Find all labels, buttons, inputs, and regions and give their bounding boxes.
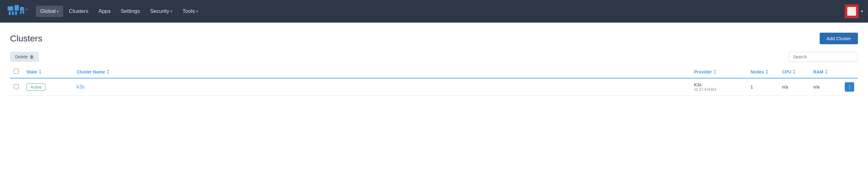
provider-sort-icon: ▲▼ [713,69,716,75]
delete-button[interactable]: Delete 🗑 [10,52,39,62]
nav-apps-label: Apps [99,8,111,14]
svg-text:tm: tm [25,8,28,11]
logo[interactable]: tm [5,3,33,20]
nodes-sort-icon: ▲▼ [766,69,769,75]
row-ram-cell: n/a [810,78,841,96]
kebab-menu-icon: ⋮ [847,84,852,90]
row-provider-cell: K3s v1.17.4+k3s1 [690,78,747,96]
search-input[interactable] [789,52,858,62]
svg-rect-1 [7,6,13,11]
table-body: Active k3s K3s v1.17.4+k3s1 1 n/a n/a [10,78,858,96]
row-actions-cell[interactable]: ⋮ [841,78,858,96]
user-avatar[interactable] [845,4,859,18]
nav-global-label: Global [40,8,56,14]
svg-rect-4 [9,11,11,15]
navbar: tm Global ▾ Clusters Apps Settings Secur… [0,0,868,23]
select-all-checkbox[interactable] [14,69,19,74]
provider-col-label: Provider [694,69,712,74]
state-col-label: State [26,69,37,74]
table-header: State ▲▼ Cluster Name ▲▼ [10,66,858,78]
table-header-row: State ▲▼ Cluster Name ▲▼ [10,66,858,78]
nav-global-chevron-icon: ▾ [57,9,59,13]
svg-rect-3 [20,7,24,11]
delete-label: Delete [15,54,28,59]
nav-item-apps[interactable]: Apps [94,6,115,17]
page-title: Clusters [10,34,42,44]
cpu-value: n/a [782,85,788,90]
col-header-actions [841,66,858,78]
state-sort-icon: ▲▼ [39,69,41,75]
nodes-value: 1 [750,85,753,90]
nav-settings-label: Settings [121,8,140,14]
nav-item-global[interactable]: Global ▾ [36,6,63,17]
avatar-dropdown-chevron-icon[interactable]: ▾ [861,9,863,13]
status-badge: Active [26,84,45,91]
svg-rect-2 [14,5,19,11]
col-header-provider[interactable]: Provider ▲▼ [690,66,747,78]
ram-col-label: RAM [813,69,824,74]
page-content: Clusters Add Cluster Delete 🗑 State ▲▼ [0,23,868,194]
ram-sort-icon: ▲▼ [825,69,828,75]
svg-rect-0 [5,3,33,20]
nav-security-chevron-icon: ▾ [170,9,173,13]
col-header-ram[interactable]: RAM ▲▼ [810,66,841,78]
table-toolbar: Delete 🗑 [10,52,858,62]
nav-item-tools[interactable]: Tools ▾ [178,6,203,17]
nav-tools-chevron-icon: ▾ [196,9,198,13]
col-header-nodes[interactable]: Nodes ▲▼ [747,66,778,78]
row-checkbox-cell[interactable] [10,78,23,96]
row-state-cell: Active [23,78,73,96]
cluster-name-col-label: Cluster Name [76,69,105,74]
row-checkbox[interactable] [14,84,19,89]
row-nodes-cell: 1 [747,78,778,96]
nav-items: Global ▾ Clusters Apps Settings Security… [36,6,440,17]
provider-name: K3s [694,82,743,87]
svg-rect-8 [23,11,24,14]
cluster-name-sort-icon: ▲▼ [106,69,109,75]
clusters-table: State ▲▼ Cluster Name ▲▼ [10,66,858,96]
row-cluster-name-cell[interactable]: k3s [73,78,690,96]
nav-item-settings[interactable]: Settings [116,6,144,17]
row-cpu-cell: n/a [778,78,810,96]
svg-rect-6 [15,11,17,15]
col-header-cluster-name[interactable]: Cluster Name ▲▼ [73,66,690,78]
cpu-sort-icon: ▲▼ [793,69,796,75]
svg-rect-5 [12,11,14,15]
nav-item-security[interactable]: Security ▾ [146,6,177,17]
table-row: Active k3s K3s v1.17.4+k3s1 1 n/a n/a [10,78,858,96]
row-actions-button[interactable]: ⋮ [845,82,854,92]
ram-value: n/a [813,85,819,90]
avatar-icon [847,7,856,16]
provider-version: v1.17.4+k3s1 [694,87,743,92]
select-all-header[interactable] [10,66,23,78]
trash-icon: 🗑 [30,54,34,59]
nodes-col-label: Nodes [750,69,764,74]
col-header-state[interactable]: State ▲▼ [23,66,73,78]
col-header-cpu[interactable]: CPU ▲▼ [778,66,810,78]
nav-security-label: Security [150,8,169,14]
nav-clusters-label: Clusters [69,8,88,14]
nav-tools-label: Tools [182,8,195,14]
nav-item-clusters[interactable]: Clusters [64,6,93,17]
add-cluster-button[interactable]: Add Cluster [819,33,858,44]
svg-rect-7 [20,11,22,14]
cluster-name-link[interactable]: k3s [76,84,85,90]
cpu-col-label: CPU [782,69,792,74]
page-header: Clusters Add Cluster [10,33,858,44]
